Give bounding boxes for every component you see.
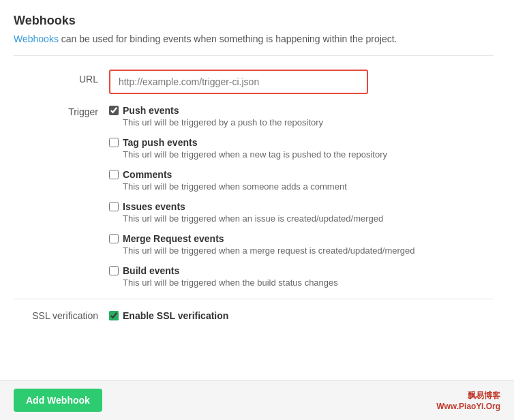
trigger-option-push-events: Push events This url will be triggered b… xyxy=(109,105,415,127)
push-events-title: Push events xyxy=(123,105,179,116)
ssl-option: Enable SSL verification xyxy=(109,310,228,321)
watermark: 飘易博客 Www.PiaoYi.Org xyxy=(436,390,500,411)
ssl-label: SSL verification xyxy=(14,310,109,321)
watermark-line1: 飘易博客 xyxy=(436,390,500,402)
merge-request-events-title: Merge Request events xyxy=(123,233,224,244)
ssl-section: SSL verification Enable SSL verification xyxy=(14,299,494,321)
trigger-option-tag-push-events-header: Tag push events xyxy=(109,137,415,148)
build-events-title: Build events xyxy=(123,265,179,276)
issues-events-title: Issues events xyxy=(123,201,185,212)
trigger-option-issues-events-header: Issues events xyxy=(109,201,415,212)
trigger-option-merge-request-events-header: Merge Request events xyxy=(109,233,415,244)
url-label: URL xyxy=(14,70,109,85)
trigger-option-comments: Comments This url will be triggered when… xyxy=(109,169,415,192)
issues-events-checkbox[interactable] xyxy=(109,202,119,211)
push-events-checkbox[interactable] xyxy=(109,106,119,115)
url-input-wrapper xyxy=(109,70,368,94)
merge-request-events-desc: This url will be triggered when a merge … xyxy=(123,245,415,256)
page-title: Webhooks xyxy=(14,14,494,28)
build-events-desc: This url will be triggered when the buil… xyxy=(123,278,415,288)
trigger-option-comments-header: Comments xyxy=(109,169,415,180)
trigger-option-tag-push-events: Tag push events This url will be trigger… xyxy=(109,137,415,160)
trigger-section: Trigger Push events This url will be tri… xyxy=(14,105,494,288)
ssl-option-title: Enable SSL verification xyxy=(123,310,228,321)
trigger-option-build-events-header: Build events xyxy=(109,265,415,276)
comments-checkbox[interactable] xyxy=(109,170,119,179)
comments-desc: This url will be triggered when someone … xyxy=(123,181,415,192)
trigger-option-build-events: Build events This url will be triggered … xyxy=(109,265,415,288)
add-webhook-button[interactable]: Add Webhook xyxy=(14,389,102,412)
trigger-option-issues-events: Issues events This url will be triggered… xyxy=(109,201,415,224)
trigger-option-merge-request-events: Merge Request events This url will be tr… xyxy=(109,233,415,256)
comments-title: Comments xyxy=(123,169,172,180)
page-description: Webhooks can be used for binding events … xyxy=(14,33,494,56)
url-field-group: URL xyxy=(14,70,494,94)
webhooks-link[interactable]: Webhooks xyxy=(14,33,59,44)
tag-push-events-title: Tag push events xyxy=(123,137,197,148)
tag-push-events-checkbox[interactable] xyxy=(109,138,119,147)
ssl-verification-checkbox[interactable] xyxy=(109,311,119,320)
issues-events-desc: This url will be triggered when an issue… xyxy=(123,213,415,224)
url-input[interactable] xyxy=(112,72,365,91)
merge-request-events-checkbox[interactable] xyxy=(109,234,119,243)
footer-bar: Add Webhook 飘易博客 Www.PiaoYi.Org xyxy=(0,380,514,420)
watermark-line2: Www.PiaoYi.Org xyxy=(436,402,500,411)
trigger-option-push-events-header: Push events xyxy=(109,105,415,116)
trigger-options-list: Push events This url will be triggered b… xyxy=(109,105,415,288)
build-events-checkbox[interactable] xyxy=(109,266,119,275)
description-text: can be used for binding events when some… xyxy=(59,33,397,44)
push-events-desc: This url will be triggered by a push to … xyxy=(123,117,415,127)
tag-push-events-desc: This url will be triggered when a new ta… xyxy=(123,149,415,160)
trigger-label: Trigger xyxy=(14,105,109,117)
